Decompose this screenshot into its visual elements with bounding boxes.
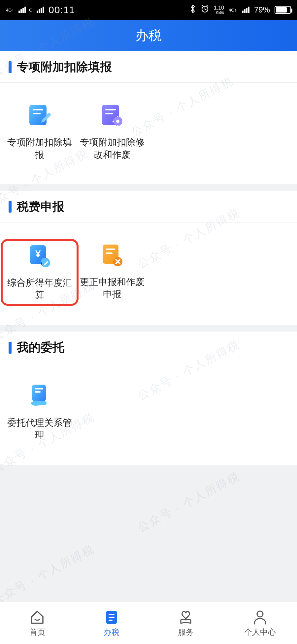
section-title: 专项附加扣除填报 — [17, 59, 112, 75]
item-special-deduction-fill[interactable]: 专项附加扣除填报 — [3, 102, 76, 161]
nav-service[interactable]: 服务 — [148, 601, 223, 644]
person-icon — [251, 608, 269, 626]
status-bar: 4G+ G 00:11 1.10 KB/s 4G↑ — [0, 0, 297, 20]
heart-hands-icon — [177, 608, 194, 626]
status-time: 00:11 — [49, 4, 75, 15]
battery-icon — [275, 6, 291, 14]
section-title: 税费申报 — [17, 199, 64, 215]
section-header: 我的委托 — [0, 332, 297, 363]
item-label: 专项附加扣除修改和作废 — [79, 136, 145, 161]
nav-label: 服务 — [178, 627, 194, 637]
network-label-2: G — [29, 8, 32, 12]
item-annual-settlement[interactable]: ¥ — [4, 243, 75, 302]
section-accent-bar-icon — [9, 201, 12, 213]
item-correct-void-declaration[interactable]: 更正申报和作废申报 — [76, 242, 148, 302]
signal-bars-2-icon — [37, 7, 44, 13]
item-delegation-manage[interactable]: 委托代理关系管理 — [3, 383, 76, 442]
doc-yen-blue-icon: ¥ — [26, 243, 53, 269]
svg-rect-1 — [29, 105, 47, 125]
svg-point-8 — [116, 120, 119, 123]
nav-label: 办税 — [104, 627, 119, 637]
section-header: 专项附加扣除填报 — [0, 51, 297, 83]
svg-rect-19 — [106, 249, 115, 250]
svg-text:¥: ¥ — [35, 248, 41, 259]
item-label: 专项附加扣除填报 — [7, 136, 73, 161]
nav-home[interactable]: 首页 — [0, 601, 74, 644]
data-rate: 1.10 KB/s — [214, 5, 224, 15]
doc-gear-purple-icon — [99, 102, 125, 129]
item-label: 综合所得年度汇算 — [7, 277, 73, 302]
highlight-annotation: ¥ — [1, 239, 79, 306]
svg-rect-26 — [109, 614, 115, 615]
bottom-nav: 首页 办税 服务 个人中心 — [0, 601, 297, 644]
section-accent-bar-icon — [9, 342, 12, 354]
section-special-deduction: 专项附加扣除填报 专项附加扣除填报 — [0, 51, 297, 184]
section-accent-bar-icon — [9, 61, 12, 73]
svg-point-29 — [257, 611, 263, 617]
nav-tax[interactable]: 办税 — [74, 601, 148, 644]
item-label: 更正申报和作废申报 — [79, 276, 145, 301]
doc-cancel-orange-icon — [99, 242, 125, 269]
svg-rect-23 — [35, 388, 43, 390]
nav-profile[interactable]: 个人中心 — [223, 601, 297, 644]
svg-rect-24 — [35, 391, 41, 393]
svg-rect-5 — [105, 109, 116, 110]
section-tax-declaration: 税费申报 ¥ — [0, 191, 297, 325]
network-label-1: 4G+ — [6, 8, 14, 12]
item-label: 委托代理关系管理 — [7, 417, 73, 442]
svg-rect-3 — [33, 113, 41, 114]
header-title: 办税 — [135, 26, 162, 44]
doc-edit-blue-icon — [26, 102, 53, 129]
doc-icon — [103, 608, 120, 626]
section-title: 我的委托 — [17, 339, 64, 356]
nav-label: 首页 — [29, 627, 45, 637]
app-header: 办税 — [0, 20, 297, 51]
svg-rect-22 — [32, 385, 46, 401]
home-icon — [29, 608, 46, 626]
bluetooth-icon — [189, 4, 196, 15]
section-header: 税费申报 — [0, 191, 297, 222]
section-my-delegation: 我的委托 委托代理关系管理 — [0, 332, 297, 465]
alarm-icon — [201, 5, 209, 15]
svg-rect-2 — [33, 109, 43, 110]
battery-percent: 79% — [254, 5, 270, 15]
signal-bars-1-icon — [18, 7, 26, 13]
signal-label-right: 4G↑ — [229, 8, 237, 12]
svg-rect-20 — [106, 252, 113, 254]
svg-rect-28 — [109, 620, 113, 621]
svg-rect-6 — [105, 113, 113, 114]
nav-label: 个人中心 — [244, 627, 276, 637]
doc-hand-blue-icon — [26, 383, 53, 409]
svg-rect-27 — [109, 617, 115, 618]
item-special-deduction-modify[interactable]: 专项附加扣除修改和作废 — [76, 102, 148, 161]
signal-bars-3-icon — [242, 7, 249, 13]
